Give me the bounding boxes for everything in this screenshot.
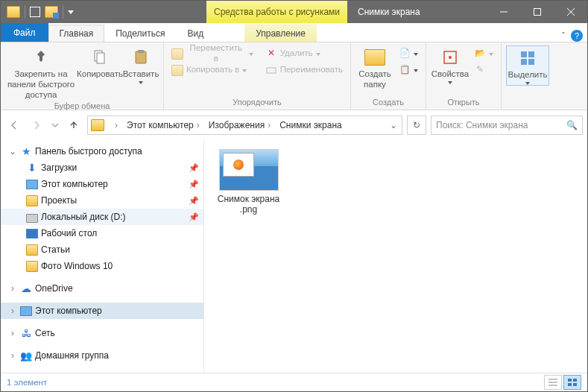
properties-button[interactable]: Свойства <box>431 45 470 84</box>
delete-button[interactable]: ✕ Удалить <box>262 45 346 62</box>
tree-local-disk-d[interactable]: Локальный диск (D:) 📌 <box>1 209 203 225</box>
group-clipboard: Закрепить на панели быстрого доступа Коп… <box>1 42 164 110</box>
recent-locations-button[interactable] <box>50 116 60 134</box>
icons-view-button[interactable] <box>563 375 581 390</box>
select-button[interactable]: Выделить <box>506 45 549 86</box>
group-new-label: Создать <box>351 96 426 110</box>
svg-rect-14 <box>528 59 534 65</box>
copy-to-button[interactable]: Копировать в <box>168 62 256 78</box>
new-item-icon: 📋 <box>399 64 411 76</box>
tree-label: Этот компьютер <box>35 306 102 316</box>
qat-new-folder-icon[interactable] <box>45 6 58 18</box>
tree-desktop[interactable]: Рабочий стол <box>1 225 203 241</box>
tree-label: Локальный диск (D:) <box>41 212 126 222</box>
new-item-icon[interactable]: 📋 <box>396 62 421 78</box>
address-box[interactable]: › Этот компьютер› Изображения› Снимки эк… <box>87 116 402 135</box>
select-label: Выделить <box>508 70 547 80</box>
tree-photos-win10[interactable]: Фото Windows 10 <box>1 258 203 274</box>
new-folder-icon <box>364 47 386 68</box>
group-open-label: Открыть <box>426 96 501 110</box>
chevron-down-icon <box>489 53 493 56</box>
file-item-screenshot[interactable]: Снимок экрана .png <box>213 149 284 215</box>
status-bar: 1 элемент <box>1 373 587 391</box>
separator <box>25 5 25 19</box>
details-view-button[interactable] <box>544 375 562 390</box>
refresh-button[interactable]: ↻ <box>407 116 426 135</box>
copy-icon <box>89 47 111 68</box>
folder-icon <box>26 244 38 256</box>
onedrive-icon: ☁ <box>20 282 32 294</box>
tab-share[interactable]: Поделиться <box>104 25 176 42</box>
paste-button[interactable]: Вставить <box>123 45 159 84</box>
app-icon[interactable] <box>7 6 20 18</box>
svg-rect-12 <box>528 51 534 57</box>
tree-label: Проекты <box>41 195 77 206</box>
rename-icon <box>265 64 277 76</box>
edit-icon: ✎ <box>474 64 486 76</box>
forward-button[interactable] <box>28 116 45 134</box>
open-icon[interactable]: 📂 <box>471 45 496 62</box>
navigation-pane: ⌄ ★ Панель быстрого доступа ⬇ Загрузки 📌… <box>1 140 204 373</box>
copy-label: Копировать <box>77 69 123 80</box>
svg-rect-13 <box>521 59 527 65</box>
chevron-down-icon <box>414 53 418 56</box>
chevron-down-icon <box>316 53 320 56</box>
collapse-ribbon-icon[interactable]: ˆ <box>556 31 571 42</box>
qat-properties-icon[interactable] <box>30 7 40 17</box>
new-easy-access-icon[interactable]: 📄 <box>396 45 421 62</box>
breadcrumb-pictures[interactable]: Изображения› <box>204 120 275 130</box>
tree-articles[interactable]: Статьи <box>1 241 203 258</box>
expand-icon[interactable]: › <box>8 283 17 294</box>
new-folder-button[interactable]: Создать папку <box>355 45 394 90</box>
minimize-button[interactable] <box>487 1 520 23</box>
file-list[interactable]: Снимок экрана .png <box>204 140 587 373</box>
qat-customize-icon[interactable] <box>68 10 74 14</box>
pin-to-quick-access-button[interactable]: Закрепить на панели быстрого доступа <box>5 45 77 100</box>
address-dropdown-icon[interactable]: ⌄ <box>385 120 402 130</box>
tree-onedrive[interactable]: › ☁ OneDrive <box>1 280 203 297</box>
back-button[interactable] <box>5 116 23 134</box>
open-icon: 📂 <box>474 48 486 60</box>
pin-label: Закрепить на панели быстрого доступа <box>5 69 77 100</box>
ribbon-tabs: Файл Главная Поделиться Вид Управление ˆ… <box>1 23 587 42</box>
help-icon[interactable]: ? <box>571 30 583 42</box>
search-box[interactable]: Поиск: Снимки экрана 🔍 <box>431 116 583 135</box>
svg-rect-1 <box>534 9 540 16</box>
edit-icon[interactable]: ✎ <box>471 62 496 78</box>
breadcrumb-sep[interactable]: › <box>107 120 122 130</box>
tree-label: Фото Windows 10 <box>41 261 113 271</box>
expand-icon[interactable]: › <box>8 306 17 316</box>
rename-button[interactable]: Переименовать <box>262 62 346 78</box>
tree-projects[interactable]: Проекты 📌 <box>1 192 203 209</box>
file-thumbnail <box>219 149 279 191</box>
tree-quick-access[interactable]: ⌄ ★ Панель быстрого доступа <box>1 143 203 159</box>
tree-homegroup[interactable]: › 👥 Домашняя группа <box>1 347 203 364</box>
close-button[interactable] <box>554 1 587 23</box>
tab-manage[interactable]: Управление <box>244 25 317 42</box>
copy-button[interactable]: Копировать <box>77 45 123 80</box>
expand-icon[interactable]: › <box>8 328 17 338</box>
downloads-icon: ⬇ <box>26 162 38 174</box>
breadcrumb-this-pc[interactable]: Этот компьютер› <box>122 120 204 130</box>
tree-downloads[interactable]: ⬇ Загрузки 📌 <box>1 159 203 176</box>
firefox-icon <box>233 159 244 170</box>
maximize-button[interactable] <box>520 1 554 23</box>
tab-home[interactable]: Главная <box>48 25 105 42</box>
tree-network[interactable]: › 🖧 Сеть <box>1 325 203 341</box>
tab-view[interactable]: Вид <box>176 25 215 42</box>
search-icon: 🔍 <box>566 120 578 130</box>
new-folder-label: Создать папку <box>355 69 394 90</box>
expand-icon[interactable]: › <box>8 350 17 361</box>
expand-icon[interactable]: ⌄ <box>8 146 17 157</box>
tree-label: Панель быстрого доступа <box>35 146 142 157</box>
tree-this-pc-root[interactable]: › Этот компьютер <box>1 303 203 319</box>
tree-this-pc-pinned[interactable]: Этот компьютер 📌 <box>1 176 203 192</box>
up-button[interactable] <box>65 116 83 134</box>
location-icon <box>91 119 104 131</box>
tab-file[interactable]: Файл <box>1 23 48 42</box>
chevron-down-icon <box>249 53 253 56</box>
move-to-button[interactable]: Переместить в <box>168 45 256 62</box>
breadcrumb-screenshots[interactable]: Снимки экрана <box>275 120 347 130</box>
copy-to-icon <box>171 64 183 76</box>
svg-rect-7 <box>138 50 144 53</box>
